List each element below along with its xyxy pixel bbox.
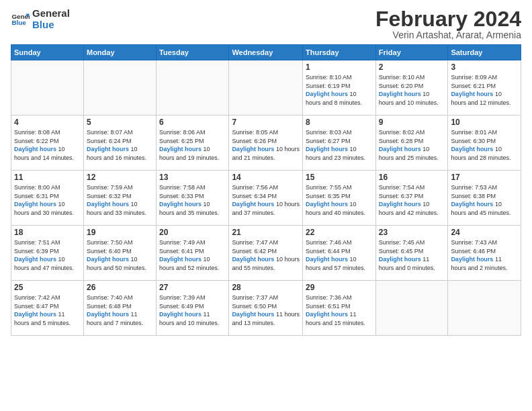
daylight-label: Daylight hours: [14, 256, 56, 263]
calendar-week-row: 1Sunrise: 8:10 AMSunset: 6:19 PMDaylight…: [11, 60, 521, 116]
table-row: 14Sunrise: 7:56 AMSunset: 6:34 PMDayligh…: [229, 171, 303, 226]
daylight-label: Daylight hours: [451, 201, 493, 208]
day-info: Sunrise: 7:42 AMSunset: 6:47 PMDaylight …: [14, 293, 81, 327]
daylight-label: Daylight hours: [159, 201, 202, 208]
table-row: 4Sunrise: 8:08 AMSunset: 6:22 PMDaylight…: [11, 116, 84, 171]
sunset-text: Sunset: 6:31 PM: [14, 192, 81, 201]
daylight-label: Daylight hours: [87, 256, 129, 263]
sunset-text: Sunset: 6:33 PM: [159, 192, 226, 201]
sunrise-text: Sunrise: 7:37 AM: [232, 293, 300, 302]
day-number: 9: [379, 118, 445, 127]
day-number: 2: [379, 62, 445, 72]
day-info: Sunrise: 7:50 AMSunset: 6:40 PMDaylight …: [87, 238, 153, 272]
daylight-text: Daylight hours 10 hours and 45 minutes.: [451, 200, 518, 217]
sunrise-text: Sunrise: 8:10 AM: [306, 73, 373, 82]
daylight-label: Daylight hours: [159, 311, 202, 318]
col-sunday: Sunday: [11, 45, 84, 60]
daylight-label: Daylight hours: [379, 201, 421, 208]
sunset-text: Sunset: 6:27 PM: [306, 137, 373, 146]
col-thursday: Thursday: [303, 45, 376, 60]
table-row: 1Sunrise: 8:10 AMSunset: 6:19 PMDaylight…: [303, 60, 376, 116]
daylight-text: Daylight hours 11 hours and 10 minutes.: [159, 310, 226, 327]
sunrise-text: Sunrise: 7:49 AM: [159, 238, 226, 247]
table-row: 11Sunrise: 8:00 AMSunset: 6:31 PMDayligh…: [11, 171, 84, 226]
sunrise-text: Sunrise: 7:58 AM: [159, 183, 226, 192]
sunrise-text: Sunrise: 7:56 AM: [232, 183, 300, 192]
sunset-text: Sunset: 6:48 PM: [87, 302, 153, 311]
title-section: February 2024 Verin Artashat, Ararat, Ar…: [375, 8, 521, 40]
daylight-text: Daylight hours 10 hours and 19 minutes.: [159, 145, 226, 162]
day-number: 24: [451, 228, 518, 237]
sunrise-text: Sunrise: 7:47 AM: [232, 238, 300, 247]
sunrise-text: Sunrise: 7:54 AM: [379, 183, 445, 192]
svg-text:Blue: Blue: [11, 19, 26, 26]
sunset-text: Sunset: 6:25 PM: [159, 137, 226, 146]
table-row: [83, 60, 156, 116]
table-row: 8Sunrise: 8:03 AMSunset: 6:27 PMDaylight…: [303, 116, 376, 171]
sunrise-text: Sunrise: 7:42 AM: [14, 293, 81, 302]
col-monday: Monday: [83, 45, 156, 60]
table-row: 29Sunrise: 7:36 AMSunset: 6:51 PMDayligh…: [303, 281, 376, 336]
daylight-label: Daylight hours: [14, 146, 56, 152]
day-number: 3: [451, 62, 518, 72]
daylight-text: Daylight hours 10 hours and 37 minutes.: [232, 200, 300, 217]
daylight-label: Daylight hours: [306, 91, 348, 97]
sunrise-text: Sunrise: 8:09 AM: [451, 73, 518, 82]
day-info: Sunrise: 7:49 AMSunset: 6:41 PMDaylight …: [159, 238, 226, 272]
calendar-week-row: 11Sunrise: 8:00 AMSunset: 6:31 PMDayligh…: [11, 171, 521, 226]
sunrise-text: Sunrise: 7:53 AM: [451, 183, 518, 192]
table-row: 12Sunrise: 7:59 AMSunset: 6:32 PMDayligh…: [83, 171, 156, 226]
day-info: Sunrise: 7:53 AMSunset: 6:38 PMDaylight …: [451, 183, 518, 217]
sunset-text: Sunset: 6:41 PM: [159, 247, 226, 256]
logo-icon: General Blue: [11, 10, 30, 29]
daylight-text: Daylight hours 11 hours and 0 minutes.: [379, 255, 445, 272]
col-wednesday: Wednesday: [229, 45, 303, 60]
sunset-text: Sunset: 6:32 PM: [87, 192, 153, 201]
day-number: 22: [306, 228, 373, 237]
sunset-text: Sunset: 6:40 PM: [87, 247, 153, 256]
sunrise-text: Sunrise: 8:07 AM: [87, 128, 153, 137]
table-row: 21Sunrise: 7:47 AMSunset: 6:42 PMDayligh…: [229, 226, 303, 281]
sunrise-text: Sunrise: 8:06 AM: [159, 128, 226, 137]
daylight-label: Daylight hours: [159, 256, 202, 263]
sunrise-text: Sunrise: 7:59 AM: [87, 183, 153, 192]
sunrise-text: Sunrise: 7:43 AM: [451, 238, 518, 247]
sunset-text: Sunset: 6:42 PM: [232, 247, 300, 256]
table-row: 5Sunrise: 8:07 AMSunset: 6:24 PMDaylight…: [83, 116, 156, 171]
col-friday: Friday: [375, 45, 448, 60]
day-info: Sunrise: 7:43 AMSunset: 6:46 PMDaylight …: [451, 238, 518, 272]
day-info: Sunrise: 8:02 AMSunset: 6:28 PMDaylight …: [379, 128, 445, 162]
daylight-text: Daylight hours 10 hours and 25 minutes.: [379, 145, 445, 162]
day-number: 19: [87, 228, 153, 237]
daylight-label: Daylight hours: [451, 146, 493, 152]
table-row: 10Sunrise: 8:01 AMSunset: 6:30 PMDayligh…: [448, 116, 521, 171]
day-number: 13: [159, 173, 226, 182]
daylight-text: Daylight hours 10 hours and 16 minutes.: [87, 145, 153, 162]
sunset-text: Sunset: 6:20 PM: [379, 82, 445, 91]
table-row: [448, 281, 521, 336]
daylight-text: Daylight hours 10 hours and 30 minutes.: [14, 200, 81, 217]
day-number: 28: [232, 283, 300, 292]
table-row: [11, 60, 84, 116]
daylight-label: Daylight hours: [232, 256, 274, 263]
table-row: 25Sunrise: 7:42 AMSunset: 6:47 PMDayligh…: [11, 281, 84, 336]
sunrise-text: Sunrise: 7:45 AM: [379, 238, 445, 247]
day-info: Sunrise: 8:00 AMSunset: 6:31 PMDaylight …: [14, 183, 81, 217]
day-info: Sunrise: 7:40 AMSunset: 6:48 PMDaylight …: [87, 293, 153, 327]
daylight-text: Daylight hours 10 hours and 57 minutes.: [306, 255, 373, 272]
daylight-label: Daylight hours: [232, 146, 274, 152]
sunrise-text: Sunrise: 8:00 AM: [14, 183, 81, 192]
sunset-text: Sunset: 6:30 PM: [451, 137, 518, 146]
day-info: Sunrise: 7:37 AMSunset: 6:50 PMDaylight …: [232, 293, 300, 327]
sunset-text: Sunset: 6:28 PM: [379, 137, 445, 146]
daylight-text: Daylight hours 10 hours and 55 minutes.: [232, 255, 300, 272]
sunset-text: Sunset: 6:50 PM: [232, 302, 300, 311]
daylight-text: Daylight hours 11 hours and 13 minutes.: [232, 310, 300, 327]
col-saturday: Saturday: [448, 45, 521, 60]
daylight-text: Daylight hours 10 hours and 52 minutes.: [159, 255, 226, 272]
daylight-text: Daylight hours 10 hours and 47 minutes.: [14, 255, 81, 272]
daylight-text: Daylight hours 10 hours and 23 minutes.: [306, 145, 373, 162]
daylight-text: Daylight hours 10 hours and 35 minutes.: [159, 200, 226, 217]
daylight-label: Daylight hours: [379, 91, 421, 97]
daylight-label: Daylight hours: [379, 256, 421, 263]
